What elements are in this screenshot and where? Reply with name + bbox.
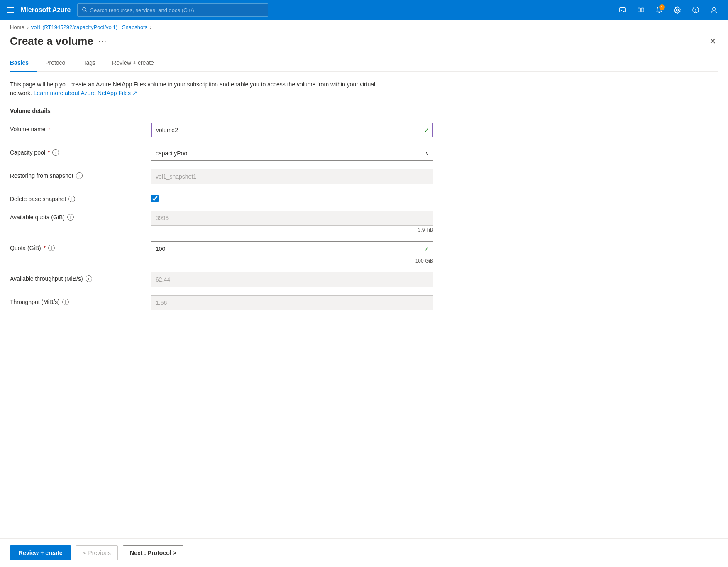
capacity-pool-wrapper: capacityPool ∨ <box>151 146 433 161</box>
volume-name-check-icon: ✓ <box>424 126 429 134</box>
tab-basics[interactable]: Basics <box>10 54 37 72</box>
delete-snapshot-checkbox[interactable] <box>151 195 159 202</box>
form-row-capacity-pool: Capacity pool * i capacityPool ∨ <box>10 146 718 161</box>
page-title: Create a volume <box>10 35 93 48</box>
quota-wrapper: ✓ 100 GiB <box>151 241 433 264</box>
capacity-pool-required: * <box>48 149 50 156</box>
available-quota-input <box>151 211 433 226</box>
hamburger-menu[interactable] <box>7 7 14 13</box>
quota-input-wrapper: ✓ <box>151 241 433 256</box>
form-row-restoring-snapshot: Restoring from snapshot i <box>10 169 718 184</box>
delete-snapshot-label: Delete base snapshot i <box>10 192 151 202</box>
quota-info-icon[interactable]: i <box>48 245 55 251</box>
form-row-available-throughput: Available throughput (MiB/s) i <box>10 272 718 287</box>
form-row-quota: Quota (GiB) * i ✓ 100 GiB <box>10 241 718 264</box>
available-throughput-info-icon[interactable]: i <box>86 275 92 282</box>
notification-badge: 1 <box>659 4 665 10</box>
tab-protocol[interactable]: Protocol <box>37 54 75 72</box>
volume-name-wrapper: ✓ <box>151 123 433 137</box>
delete-snapshot-info-icon[interactable]: i <box>68 196 75 202</box>
volume-name-input-wrapper: ✓ <box>151 123 433 137</box>
search-bar[interactable]: Search resources, services, and docs (G+… <box>77 3 268 17</box>
section-title: Volume details <box>10 108 718 114</box>
form-row-throughput: Throughput (MiB/s) i <box>10 295 718 310</box>
delete-snapshot-wrapper <box>151 192 433 202</box>
quota-input[interactable] <box>151 241 433 256</box>
review-create-button[interactable]: Review + create <box>10 545 71 560</box>
restoring-snapshot-wrapper <box>151 169 433 184</box>
breadcrumb-sep-2: › <box>150 25 151 30</box>
quota-check-icon: ✓ <box>424 245 429 253</box>
settings-icon[interactable] <box>670 2 685 17</box>
svg-text:?: ? <box>694 8 697 12</box>
page-header: Create a volume ··· ✕ <box>0 33 728 54</box>
breadcrumb-sep-1: › <box>27 25 29 30</box>
available-quota-hint: 3.9 TiB <box>151 227 433 233</box>
available-quota-label: Available quota (GiB) i <box>10 211 151 221</box>
throughput-input <box>151 295 433 310</box>
form-row-volume-name: Volume name * ✓ <box>10 123 718 137</box>
available-throughput-label: Available throughput (MiB/s) i <box>10 272 151 282</box>
tabs-container: Basics Protocol Tags Review + create <box>10 54 718 72</box>
breadcrumb-home[interactable]: Home <box>10 24 24 30</box>
help-icon[interactable]: ? <box>688 2 703 17</box>
top-navigation: Microsoft Azure Search resources, servic… <box>0 0 728 20</box>
available-throughput-wrapper <box>151 272 433 287</box>
delete-snapshot-checkbox-wrapper <box>151 192 433 202</box>
capacity-pool-info-icon[interactable]: i <box>52 149 59 156</box>
page-title-row: Create a volume ··· <box>10 35 107 48</box>
tab-tags[interactable]: Tags <box>75 54 104 72</box>
quota-required: * <box>44 245 46 251</box>
capacity-pool-select[interactable]: capacityPool <box>151 146 433 161</box>
previous-button[interactable]: < Previous <box>76 545 118 560</box>
restoring-snapshot-label: Restoring from snapshot i <box>10 169 151 179</box>
throughput-wrapper <box>151 295 433 310</box>
quota-label: Quota (GiB) * i <box>10 241 151 251</box>
close-button[interactable]: ✕ <box>708 34 718 48</box>
learn-more-link[interactable]: Learn more about Azure NetApp Files ↗ <box>34 90 137 96</box>
search-placeholder: Search resources, services, and docs (G+… <box>90 7 194 13</box>
volume-name-input[interactable] <box>151 123 433 137</box>
volume-name-label: Volume name * <box>10 123 151 133</box>
form-row-delete-snapshot: Delete base snapshot i <box>10 192 718 202</box>
form-row-available-quota: Available quota (GiB) i 3.9 TiB <box>10 211 718 233</box>
user-icon[interactable] <box>706 2 721 17</box>
quota-hint: 100 GiB <box>151 258 433 264</box>
throughput-label: Throughput (MiB/s) i <box>10 295 151 305</box>
available-throughput-input <box>151 272 433 287</box>
search-icon <box>82 7 88 13</box>
page-footer: Review + create < Previous Next : Protoc… <box>0 538 728 567</box>
volume-name-required: * <box>48 126 50 133</box>
nav-icons-group: 1 ? <box>615 2 721 17</box>
restoring-snapshot-input <box>151 169 433 184</box>
capacity-pool-label: Capacity pool * i <box>10 146 151 156</box>
svg-rect-5 <box>641 8 644 12</box>
available-quota-info-icon[interactable]: i <box>67 214 74 221</box>
restoring-snapshot-info-icon[interactable]: i <box>76 172 83 179</box>
svg-line-1 <box>86 11 87 12</box>
svg-rect-4 <box>638 8 640 12</box>
svg-point-0 <box>83 8 86 11</box>
directory-icon[interactable] <box>633 2 648 17</box>
page-title-menu[interactable]: ··· <box>98 37 107 46</box>
main-container: Home › vol1 (RT1945292/capacityPool/vol1… <box>0 20 728 567</box>
notification-icon[interactable]: 1 <box>652 2 667 17</box>
next-protocol-button[interactable]: Next : Protocol > <box>123 545 183 560</box>
svg-point-7 <box>676 9 678 11</box>
available-quota-wrapper: 3.9 TiB <box>151 211 433 233</box>
external-link-icon: ↗ <box>132 90 137 96</box>
tab-review-create[interactable]: Review + create <box>104 54 162 72</box>
throughput-info-icon[interactable]: i <box>62 299 69 305</box>
cloud-shell-icon[interactable] <box>615 2 630 17</box>
capacity-pool-select-wrapper: capacityPool ∨ <box>151 146 433 161</box>
page-content: Basics Protocol Tags Review + create Thi… <box>0 54 728 538</box>
svg-point-10 <box>713 7 715 10</box>
breadcrumb: Home › vol1 (RT1945292/capacityPool/vol1… <box>0 20 728 33</box>
page-description: This page will help you create an Azure … <box>10 80 384 98</box>
app-brand: Microsoft Azure <box>21 6 71 14</box>
breadcrumb-parent[interactable]: vol1 (RT1945292/capacityPool/vol1) | Sna… <box>31 24 148 30</box>
